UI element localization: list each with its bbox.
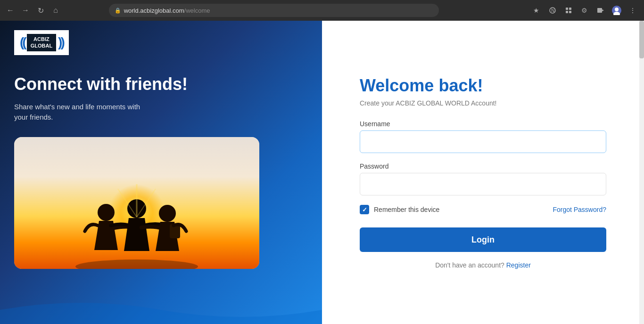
bottom-wave-decoration bbox=[0, 296, 322, 324]
remember-checkbox[interactable]: ✓ bbox=[360, 205, 369, 214]
register-link[interactable]: Register bbox=[506, 261, 531, 269]
svg-point-14 bbox=[159, 205, 176, 222]
forgot-password-link[interactable]: Forgot Password? bbox=[553, 206, 606, 213]
hero-title: Connect with friends! bbox=[14, 74, 308, 94]
logo-waves-left: (( bbox=[20, 35, 25, 50]
svg-point-9 bbox=[615, 8, 619, 11]
svg-point-12 bbox=[98, 204, 115, 221]
svg-rect-3 bbox=[569, 8, 571, 10]
password-group: Password bbox=[360, 162, 606, 195]
menu-button[interactable]: ⋮ bbox=[626, 4, 639, 17]
bookmark-button[interactable]: ★ bbox=[530, 4, 543, 17]
lock-icon: 🔒 bbox=[115, 8, 121, 14]
browser-chrome: ← → ↻ ⌂ 🔒 world.acbizglobal.com/welcome … bbox=[0, 0, 644, 21]
scene bbox=[14, 137, 259, 269]
hero-subtitle: Share what's new and life moments withyo… bbox=[14, 102, 308, 123]
profile-button[interactable] bbox=[610, 4, 623, 17]
address-bar[interactable]: 🔒 world.acbizglobal.com/welcome bbox=[109, 4, 439, 17]
home-button[interactable]: ⌂ bbox=[50, 5, 61, 16]
username-group: Username bbox=[360, 120, 606, 153]
svg-rect-6 bbox=[597, 8, 602, 13]
back-button[interactable]: ← bbox=[5, 5, 16, 16]
options-row: ✓ Remember this device Forgot Password? bbox=[360, 205, 606, 214]
welcome-title: Welcome back! bbox=[360, 76, 606, 96]
logo-text: ACBIZ GLOBAL bbox=[27, 34, 56, 51]
hero-image-card bbox=[14, 137, 259, 269]
logo-box: (( ACBIZ GLOBAL )) bbox=[14, 30, 69, 55]
svg-rect-4 bbox=[566, 11, 568, 13]
welcome-subtitle: Create your ACBIZ GLOBAL WORLD Account! bbox=[360, 99, 606, 107]
reload-button[interactable]: ↻ bbox=[35, 5, 46, 16]
svg-rect-5 bbox=[569, 11, 571, 13]
register-prompt: Don't have an account? bbox=[435, 261, 504, 269]
browser-actions: ★ N ⚙ ⋮ bbox=[530, 4, 639, 17]
username-label: Username bbox=[360, 120, 606, 128]
username-input[interactable] bbox=[360, 130, 606, 153]
people-silhouette bbox=[66, 175, 207, 269]
logo-waves-right: )) bbox=[58, 35, 63, 50]
login-button[interactable]: Login bbox=[360, 227, 606, 252]
remember-me-group[interactable]: ✓ Remember this device bbox=[360, 205, 439, 214]
right-panel: Welcome back! Create your ACBIZ GLOBAL W… bbox=[322, 21, 644, 324]
extension2-button[interactable] bbox=[562, 4, 575, 17]
scrollbar-thumb[interactable] bbox=[639, 21, 644, 58]
scrollbar[interactable] bbox=[639, 21, 644, 324]
password-label: Password bbox=[360, 162, 606, 170]
svg-rect-2 bbox=[566, 8, 568, 10]
svg-text:N: N bbox=[551, 8, 554, 13]
password-input[interactable] bbox=[360, 173, 606, 195]
main-content: (( ACBIZ GLOBAL )) Connect with friends!… bbox=[0, 21, 644, 324]
logo-container: (( ACBIZ GLOBAL )) bbox=[14, 30, 308, 55]
svg-marker-7 bbox=[602, 9, 604, 11]
svg-point-11 bbox=[75, 259, 198, 269]
extension1-button[interactable]: N bbox=[546, 4, 559, 17]
media-button[interactable] bbox=[594, 4, 607, 17]
extensions-button[interactable]: ⚙ bbox=[578, 4, 591, 17]
register-row: Don't have an account? Register bbox=[360, 261, 606, 269]
remember-label: Remember this device bbox=[374, 206, 439, 213]
left-panel: (( ACBIZ GLOBAL )) Connect with friends!… bbox=[0, 21, 322, 324]
url-text: world.acbizglobal.com/welcome bbox=[124, 7, 210, 14]
forward-button[interactable]: → bbox=[20, 5, 31, 16]
